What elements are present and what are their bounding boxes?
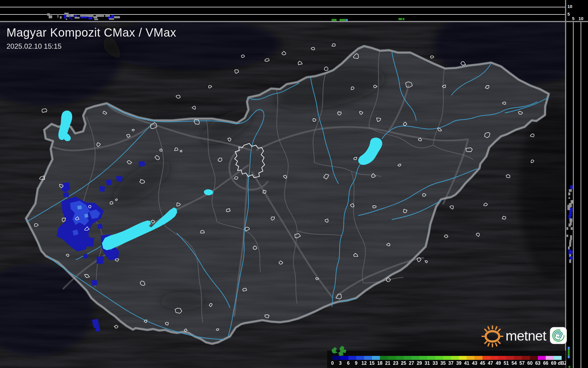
colorbar-cell: [396, 356, 403, 360]
echo-cell: [97, 224, 103, 229]
colorbar-cell: [490, 356, 498, 360]
colorbar-cell: [459, 356, 467, 360]
colorbar-cell: [538, 356, 546, 360]
colorbar-label: 33: [433, 361, 438, 366]
colorbar-label: 41: [464, 361, 470, 366]
top-profile-gridline-10km: [0, 7, 565, 7]
top-axis-label-5: 5: [567, 12, 570, 16]
metnet-logo[interactable]: metnet: [481, 323, 567, 348]
colorbar-cell: [451, 356, 459, 360]
colorbar-cell: [372, 356, 380, 360]
colorbar-cell: [356, 356, 364, 360]
colorbar-label: 43: [472, 361, 477, 366]
colorbar-label: 66: [543, 361, 549, 366]
colorbar-label: 27: [409, 361, 414, 366]
map-frame-horizontal: [0, 21, 588, 22]
colorbar-cell: [388, 356, 396, 360]
colorbar-scale: 0369121518212325272931333537394143454749…: [327, 351, 566, 368]
colorbar-label: 51: [504, 361, 509, 366]
colorbar-label: 69: [551, 361, 556, 366]
echo-cell: [91, 280, 97, 286]
colorbar-cell: [332, 356, 340, 360]
colorbar-cell: [514, 356, 522, 360]
colorbar-cell: [419, 356, 427, 360]
colorbar-cell: [498, 356, 506, 360]
colorbar-cell: [435, 356, 443, 360]
colorbar-cell: [340, 356, 348, 360]
colorbar-cell: [554, 356, 561, 360]
logo-text: metnet: [505, 328, 546, 344]
colorbar-label: 49: [496, 361, 501, 366]
colorbar-cell: [482, 356, 490, 360]
right-profile-gridline-5km: [573, 22, 574, 368]
echo-cell: [83, 254, 88, 259]
colorbar-label: 12: [361, 361, 367, 366]
colorbar-label: 21: [385, 361, 391, 366]
echo-cell: [116, 176, 123, 182]
colorbar-label: 39: [456, 361, 462, 366]
colorbar-label: 47: [488, 361, 493, 366]
colorbar-cell: [475, 356, 482, 360]
radar-product-page: { "header": { "title": "Magyar Kompozit …: [0, 0, 588, 368]
colorbar-cell: [467, 356, 475, 360]
header: Magyar Kompozit CMax / VMax 2025.02.10 1…: [6, 26, 176, 50]
colorbar-label: 18: [377, 361, 383, 366]
colorbar-label: 0: [331, 361, 334, 366]
echo-cell: [106, 179, 112, 185]
colorbar-label: 15: [369, 361, 375, 366]
colorbar-cell: [443, 356, 451, 360]
colorbar-cell: [364, 356, 372, 360]
map-frame-vertical: [565, 0, 566, 368]
colorbar-label: 3: [339, 361, 342, 366]
metnet-app-icon: [550, 326, 567, 345]
top-axis-label-10: 10: [567, 4, 572, 9]
echo-cell: [97, 256, 104, 264]
echo-cell: [77, 205, 82, 210]
right-profile-gridline-10km: [581, 22, 581, 368]
colorbar-label: 29: [417, 361, 422, 366]
colorbar-label: 45: [480, 361, 485, 366]
colorbar-label: 37: [448, 361, 454, 366]
colorbar-label: 63: [535, 361, 541, 366]
colorbar-cell: [403, 356, 411, 360]
colorbar-label: 23: [393, 361, 398, 366]
colorbar-label: 9: [355, 361, 358, 366]
timestamp: 2025.02.10 15:15: [6, 42, 176, 50]
colorbar-cell: [427, 356, 435, 360]
radar-map: [0, 0, 588, 368]
echo-cell: [84, 214, 88, 218]
colorbar-label: 54: [512, 361, 517, 366]
colorbar-cell: [380, 356, 388, 360]
top-profile-gridline-5km: [0, 14, 565, 15]
page-title: Magyar Kompozit CMax / VMax: [6, 26, 176, 39]
echo-cell: [63, 192, 69, 197]
colorbar-cell: [348, 356, 356, 360]
colorbar-label: 31: [425, 361, 430, 366]
sun-icon: [481, 323, 504, 348]
colorbar-cell: [411, 356, 419, 360]
colorbar-cell: [546, 356, 554, 360]
colorbar-label: 25: [401, 361, 406, 366]
colorbar-label: dBZ: [558, 361, 566, 366]
colorbar-cell: [522, 356, 530, 360]
colorbar-label: 6: [347, 361, 350, 366]
echo-cell: [139, 161, 145, 166]
colorbar-label: 35: [440, 361, 446, 366]
echo-cell: [84, 237, 94, 247]
colorbar-cell: [506, 356, 514, 360]
colorbar-label: 60: [527, 361, 533, 366]
colorbar-label: 57: [519, 361, 525, 366]
right-axis-label-5: 5: [572, 16, 574, 21]
colorbar: 0369121518212325272931333537394143454749…: [327, 351, 566, 368]
right-axis-label-10: 10: [579, 16, 584, 21]
echo-cell: [100, 186, 105, 192]
colorbar-cell: [530, 356, 538, 360]
